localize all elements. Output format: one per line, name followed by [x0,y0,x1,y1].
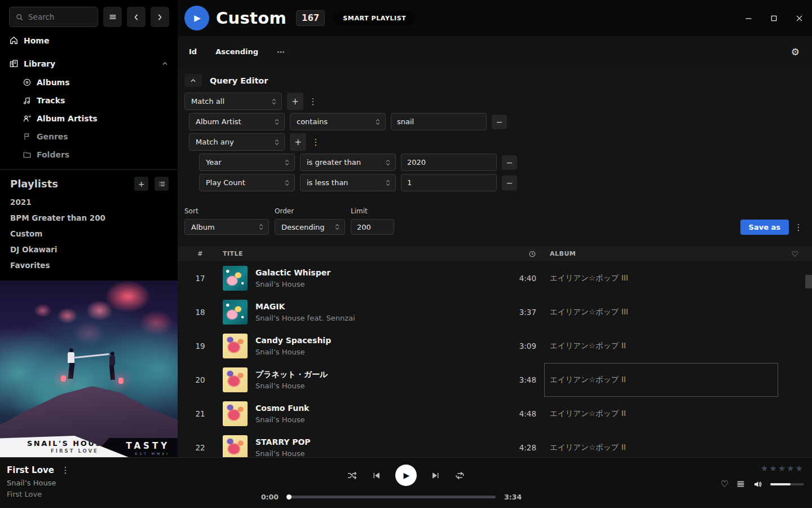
track-album[interactable]: エイリアン☆ポップ II [544,329,778,363]
rule-field-select[interactable]: Album Artist [189,113,285,130]
now-playing-title[interactable]: First Love [7,465,54,475]
chevron-up-icon[interactable] [161,60,169,67]
column-index[interactable]: # [178,250,223,257]
sidebar-item-library[interactable]: Library [0,54,178,73]
sort-field-button[interactable]: Id [189,47,197,56]
window-minimize-button[interactable] [744,14,753,23]
track-album[interactable]: エイリアン☆ポップ II [544,431,778,457]
star-icon[interactable]: ★ [787,463,795,474]
sidebar-item-tracks[interactable]: Tracks [0,91,178,110]
sidebar-item-label: Albums [37,78,70,87]
save-as-button[interactable]: Save as [740,220,789,235]
order-select[interactable]: Descending [275,219,345,235]
column-duration[interactable] [493,250,544,258]
play-playlist-button[interactable]: ▶ [184,6,209,30]
sidebar-item-album-artists[interactable]: Album Artists [0,110,178,128]
add-playlist-button[interactable]: + [134,177,148,191]
rule-operator-select[interactable]: is less than [300,174,396,191]
match-type-select[interactable]: Match all [184,93,282,110]
rating-stars[interactable]: ★★★★★ [721,463,804,474]
remove-rule-button[interactable]: − [502,155,517,170]
column-favorite[interactable]: ♡ [778,249,812,259]
favorite-heart-button[interactable]: ♡ [721,479,729,489]
sidebar-item-folders[interactable]: Folders [0,146,178,164]
gear-icon[interactable]: ⚙ [791,46,800,58]
volume-icon[interactable] [753,479,763,489]
track-artist[interactable]: Snail’s House [255,380,493,391]
star-icon[interactable]: ★ [778,463,787,474]
nav-back-button[interactable] [127,7,145,27]
nav-forward-button[interactable] [151,7,169,27]
now-playing-artist[interactable]: Snail’s House [7,479,70,487]
playlist-item[interactable]: DJ Okawari [0,242,178,257]
track-album-focused-cell[interactable]: エイリアン☆ポップ II [544,363,778,397]
next-track-button[interactable] [431,471,440,480]
sidebar-item-label: Album Artists [37,114,98,123]
track-artist[interactable]: Snail’s House [255,448,493,457]
play-pause-button[interactable]: ▶ [395,465,417,486]
table-row[interactable]: 19 Candy Spaceship Snail’s House 3:09 エイ… [178,329,812,363]
sort-order-button[interactable]: Ascending [215,47,258,56]
more-options-button[interactable]: ⋯ [277,47,285,56]
column-album[interactable]: ALBUM [544,250,778,257]
table-row[interactable]: 20 プラネット・ガール Snail’s House 3:48 エイリアン☆ポッ… [178,363,812,397]
sidebar-item-genres[interactable]: Genres [0,128,178,146]
remove-rule-button[interactable]: − [502,176,517,190]
sort-select[interactable]: Album [184,219,269,235]
repeat-button[interactable] [454,470,465,481]
now-playing-kebab-menu[interactable]: ⋮ [61,465,70,475]
rule-value-input[interactable] [391,113,487,130]
rule-field-select[interactable]: Play Count [199,174,295,191]
match-type-select[interactable]: Match any [189,133,285,151]
sidebar-item-home[interactable]: Home [0,30,178,50]
rule-value-input[interactable] [401,154,497,171]
search-input[interactable] [9,7,98,27]
playlist-list-button[interactable] [155,177,169,191]
now-playing-album[interactable]: First Love [7,490,70,498]
table-row[interactable]: 22 STARRY POP Snail’s House 4:28 エイリアン☆ポ… [178,431,812,457]
collapse-query-editor-button[interactable] [184,74,202,87]
star-icon[interactable]: ★ [761,463,769,474]
track-artist[interactable]: Snail’s House [255,279,493,290]
rule-operator-select[interactable]: is greater than [300,154,396,171]
previous-track-button[interactable] [372,471,381,480]
group-kebab-menu[interactable]: ⋮ [308,97,317,107]
add-rule-button[interactable]: + [287,93,303,110]
volume-slider[interactable] [770,483,804,485]
track-artist[interactable]: Snail’s House [255,414,493,425]
playlist-item[interactable]: BPM Greater than 200 [0,210,178,226]
save-kebab-menu[interactable]: ⋮ [794,222,803,233]
star-icon[interactable]: ★ [769,463,778,474]
track-artist[interactable]: Snail’s House feat. Sennzai [255,313,493,323]
rule-value-input[interactable] [401,174,497,191]
playlist-item[interactable]: Custom [0,226,178,242]
vertical-scrollbar-thumb[interactable] [805,275,812,288]
rule-operator-select[interactable]: contains [290,113,386,130]
table-row[interactable]: 17 Galactic Whisper Snail’s House 4:40 エ… [178,261,812,295]
shuffle-button[interactable] [347,470,358,481]
table-row[interactable]: 21 Cosmo Funk Snail’s House 4:48 エイリアン☆ポ… [178,397,812,431]
queue-button[interactable] [736,479,745,489]
window-close-button[interactable] [795,14,804,23]
track-album[interactable]: エイリアン☆ポップ II [544,397,778,431]
add-rule-button[interactable]: + [290,133,306,151]
column-title[interactable]: TITLE [223,250,493,257]
limit-input[interactable] [351,219,394,235]
seek-bar[interactable] [287,496,496,498]
track-album[interactable]: エイリアン☆ポップ III [544,261,778,295]
menu-button[interactable] [103,7,122,27]
track-album[interactable]: エイリアン☆ポップ III [544,295,778,329]
track-artist[interactable]: Snail’s House [255,347,493,357]
sidebar-item-albums[interactable]: Albums [0,73,178,91]
star-icon[interactable]: ★ [796,463,804,474]
rule-field-select[interactable]: Year [199,154,295,171]
seek-knob[interactable] [286,494,292,500]
search-field[interactable] [28,12,85,21]
window-maximize-button[interactable] [770,14,778,23]
remove-rule-button[interactable]: − [492,115,507,129]
table-row[interactable]: 18 MAGIK Snail’s House feat. Sennzai 3:3… [178,295,812,329]
player-controls: ▶ 0:00 3:34 [259,465,553,501]
playlist-item[interactable]: 2021 [0,194,178,210]
playlist-item[interactable]: Favorites [0,257,178,273]
group-kebab-menu[interactable]: ⋮ [311,137,320,147]
